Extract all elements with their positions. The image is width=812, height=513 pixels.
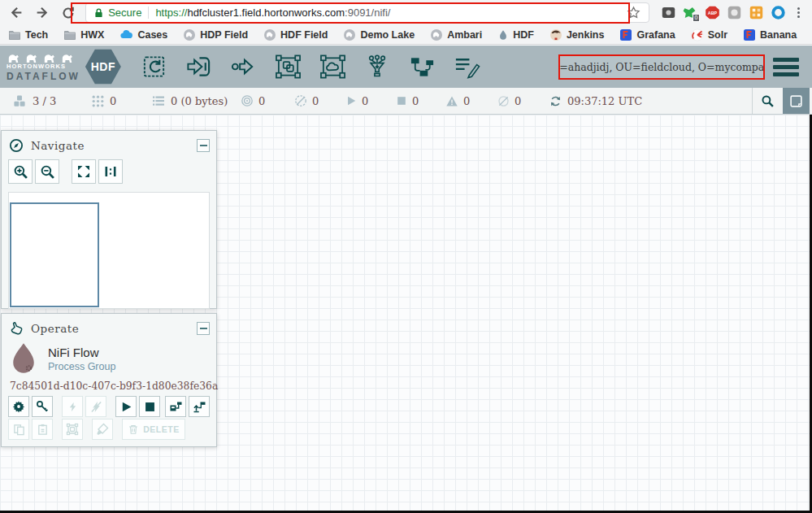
toolbar-funnel[interactable] xyxy=(363,54,391,80)
bookmark-solr[interactable]: Solr xyxy=(691,28,727,41)
bookmark-tech[interactable]: Tech xyxy=(8,28,48,41)
statusbar-right xyxy=(752,88,810,114)
bookmarks-bar: TechHWXCasesHDP FieldHDF FieldDemo LakeA… xyxy=(0,25,812,44)
adblock-extension-button[interactable]: ABP xyxy=(705,5,720,20)
browser-menu-button[interactable] xyxy=(791,7,805,18)
bookmark-hdp-field[interactable]: HDP Field xyxy=(183,28,248,41)
tab-counter-extension-button[interactable]: 0 xyxy=(683,5,698,20)
toolbar-input-port[interactable] xyxy=(185,54,212,80)
elephant-icon xyxy=(183,28,196,41)
bookmark-demo-lake[interactable]: Demo Lake xyxy=(343,28,415,41)
elephant-icon xyxy=(263,28,276,41)
brand-line2: DATAFLOW xyxy=(7,71,80,82)
solr-icon xyxy=(691,28,704,41)
delete-button[interactable]: DELETE xyxy=(122,419,185,440)
navigate-panel: Navigate xyxy=(1,130,217,309)
access-policies-button[interactable] xyxy=(32,396,53,417)
bookmark-label: Grafana xyxy=(636,29,675,41)
stop-button[interactable] xyxy=(139,396,160,417)
svg-text:ABP: ABP xyxy=(708,11,718,15)
cluster-icon xyxy=(11,94,28,108)
onetab-extension-button[interactable] xyxy=(771,5,786,20)
jenkins-icon xyxy=(549,28,562,41)
operate-collapse-button[interactable] xyxy=(197,322,210,335)
bookmark-label: HWX xyxy=(80,29,104,41)
refresh-status[interactable]: 09:37:12 UTC xyxy=(549,88,642,114)
delete-label: DELETE xyxy=(143,424,179,434)
flow-canvas[interactable]: Navigate Operate NiFi F xyxy=(0,115,810,511)
current-user[interactable]: CN=ahadjidj, OU=fieldcloud, O=mycompan..… xyxy=(558,54,765,80)
status-value: 0 xyxy=(463,95,470,107)
reload-button[interactable] xyxy=(59,3,78,23)
navigate-title: Navigate xyxy=(31,139,85,152)
refresh-icon xyxy=(549,95,562,107)
lock-icon xyxy=(94,7,103,19)
forward-icon xyxy=(35,5,50,20)
search-button[interactable] xyxy=(752,88,783,114)
zoom-out-button[interactable] xyxy=(35,159,59,184)
zoom-in-button[interactable] xyxy=(8,159,33,184)
minimap-viewport[interactable] xyxy=(10,202,99,307)
banana-icon xyxy=(743,28,756,41)
bookmark-jenkins[interactable]: Jenkins xyxy=(549,28,605,41)
global-menu-button[interactable] xyxy=(773,58,799,76)
toolbar-processor[interactable] xyxy=(140,54,167,80)
bookmark-label: HDF Field xyxy=(280,29,328,41)
grafana-icon xyxy=(619,28,632,41)
status-value: 3 / 3 xyxy=(33,95,56,107)
selected-component: NiFi Flow Process Group xyxy=(2,341,216,376)
save-template-button[interactable] xyxy=(165,396,186,417)
operate-buttons-row2: DELETE xyxy=(2,417,216,440)
operate-header: Operate xyxy=(2,314,216,341)
flow-type: Process Group xyxy=(48,361,115,372)
status-value: 0 xyxy=(412,95,419,107)
change-color-button[interactable] xyxy=(92,419,113,440)
status-value: 0 xyxy=(362,95,368,107)
bookmarks-list: TechHWXCasesHDP FieldHDF FieldDemo LakeA… xyxy=(8,28,812,41)
toolbar-label[interactable] xyxy=(453,54,480,80)
bookmark-cases[interactable]: Cases xyxy=(119,28,167,41)
birdseye-minimap[interactable] xyxy=(8,192,210,309)
url-suffix: :9091/nifi/ xyxy=(345,7,390,19)
component-toolbar xyxy=(140,54,480,80)
grid-extension-button[interactable] xyxy=(749,5,764,20)
copy-button[interactable] xyxy=(8,419,29,440)
birdseye-toggle-button[interactable] xyxy=(783,88,810,114)
bookmark-ambari[interactable]: Ambari xyxy=(430,28,482,41)
configure-button[interactable] xyxy=(8,396,29,417)
toolbar-remote-process-group[interactable] xyxy=(319,54,346,80)
screenshot-extension-button[interactable] xyxy=(727,5,742,20)
bookmark-label: Cases xyxy=(137,29,167,41)
flow-name: NiFi Flow xyxy=(48,346,115,359)
toolbar-output-port[interactable] xyxy=(229,54,257,80)
reload-icon xyxy=(61,6,76,20)
upload-template-button[interactable] xyxy=(189,396,210,417)
bookmark-banana[interactable]: Banana xyxy=(743,28,797,41)
nifi-header: HORTONWORKS DATAFLOW HDF CN=ahadjidj, OU… xyxy=(0,46,812,88)
toolbar-process-group[interactable] xyxy=(274,54,302,80)
star-icon[interactable] xyxy=(627,6,640,20)
bookmark-hdf-field[interactable]: HDF Field xyxy=(263,28,328,41)
zoom-fit-button[interactable] xyxy=(72,159,96,184)
disable-button[interactable] xyxy=(85,396,106,417)
enable-button[interactable] xyxy=(62,396,83,417)
group-button[interactable] xyxy=(62,419,83,440)
security-label: Secure xyxy=(108,7,141,19)
running-icon xyxy=(345,95,357,107)
bookmark-hdf[interactable]: HDF xyxy=(497,28,534,41)
toolbar-template[interactable] xyxy=(408,54,436,80)
nifi-statusbar: 3 / 300 (0 bytes)000000 09:37:12 UTC xyxy=(0,88,812,115)
postman-extension-button[interactable] xyxy=(661,5,676,20)
bookmark-grafana[interactable]: Grafana xyxy=(619,28,675,41)
bookmark-label: Banana xyxy=(760,29,797,41)
transmitting-icon xyxy=(241,94,254,107)
forward-button[interactable] xyxy=(33,3,51,23)
back-button[interactable] xyxy=(7,3,25,23)
paste-button[interactable] xyxy=(32,419,53,440)
address-bar[interactable]: Secure https://hdfcluster1.field.hortonw… xyxy=(85,2,649,23)
navigate-collapse-button[interactable] xyxy=(197,139,210,152)
bookmark-hwx[interactable]: HWX xyxy=(63,28,104,41)
zoom-actual-button[interactable] xyxy=(98,159,123,184)
start-button[interactable] xyxy=(115,396,137,417)
elephant-icon xyxy=(430,28,443,41)
